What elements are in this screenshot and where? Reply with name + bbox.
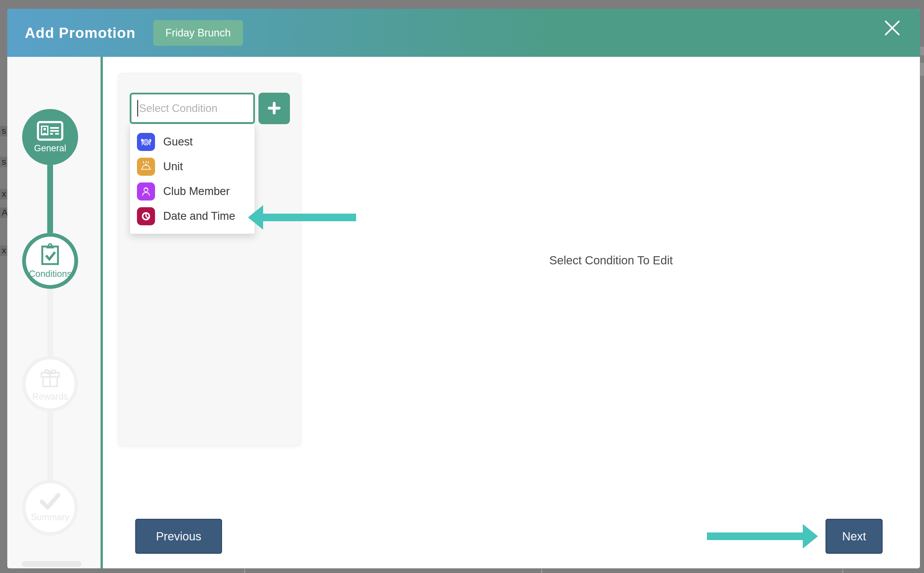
empty-state-text: Select Condition To Edit [302, 254, 920, 267]
annotation-arrow-right-head [803, 524, 818, 548]
plus-icon [267, 100, 282, 117]
background-text-fragment: s [0, 126, 7, 136]
dropdown-item-guest[interactable]: Guest [130, 129, 255, 154]
background-table-divider [244, 569, 245, 573]
wizard-sidebar: GeneralConditionsRewardsSummary [7, 57, 103, 568]
promotion-name-badge: Friday Brunch [153, 20, 243, 46]
dropdown-item-label: Guest [163, 136, 192, 148]
background-fragment [920, 63, 924, 76]
dropdown-item-date-and-time[interactable]: Date and Time [130, 204, 255, 229]
dropdown-item-label: Club Member [163, 185, 230, 197]
conditions-step-content: GuestUnitClub MemberDate and Time Select… [103, 57, 920, 568]
step-label: Summary [31, 512, 70, 523]
annotation-arrow-right-shaft [707, 532, 803, 540]
person-icon [137, 182, 155, 200]
clock-icon [137, 207, 155, 225]
sidebar-scrollbar[interactable] [22, 561, 81, 567]
step-summary[interactable]: Summary [22, 480, 78, 536]
previous-button[interactable]: Previous [135, 519, 222, 554]
background-fragment [920, 47, 924, 55]
add-condition-button[interactable] [258, 93, 290, 124]
dropdown-item-unit[interactable]: Unit [130, 154, 255, 179]
step-label: General [34, 143, 66, 153]
step-label: Rewards [32, 391, 68, 402]
id-card-icon [37, 121, 64, 141]
dropdown-item-label: Unit [163, 160, 183, 173]
stepper-connector [47, 289, 53, 356]
dropdown-item-club-member[interactable]: Club Member [130, 179, 255, 204]
clipboard-check-icon [40, 243, 61, 267]
background-text-fragment: s [0, 157, 7, 167]
background-text-fragment: A [0, 208, 7, 218]
close-button[interactable] [882, 17, 903, 39]
gift-icon [39, 366, 62, 389]
modal-header: Add Promotion Friday Brunch [7, 9, 920, 57]
text-caret [137, 100, 138, 117]
condition-type-dropdown: GuestUnitClub MemberDate and Time [130, 124, 255, 234]
step-label: Conditions [29, 269, 71, 279]
annotation-arrow-left-shaft [263, 214, 356, 221]
select-condition-input[interactable] [130, 93, 255, 124]
add-promotion-modal: Add Promotion Friday Brunch GeneralCondi… [7, 9, 920, 568]
page-title: Add Promotion [25, 25, 136, 41]
annotation-arrow-left-head [248, 205, 263, 230]
step-rewards[interactable]: Rewards [22, 356, 78, 412]
check-icon [39, 493, 62, 510]
next-button[interactable]: Next [826, 519, 883, 554]
step-general[interactable]: General [22, 109, 78, 165]
background-table-divider [541, 569, 542, 573]
background-text-fragment: x [0, 189, 7, 199]
modal-body: GeneralConditionsRewardsSummary GuestUni… [7, 57, 920, 568]
background-table-divider [842, 569, 843, 573]
restaurant-icon [137, 133, 155, 151]
stepper-connector [47, 412, 53, 480]
dropdown-item-label: Date and Time [163, 210, 235, 222]
close-icon [883, 18, 902, 39]
background-text-fragment: x [0, 246, 7, 256]
cloche-icon [137, 158, 155, 176]
stepper-connector [47, 165, 53, 233]
step-conditions[interactable]: Conditions [22, 233, 78, 289]
